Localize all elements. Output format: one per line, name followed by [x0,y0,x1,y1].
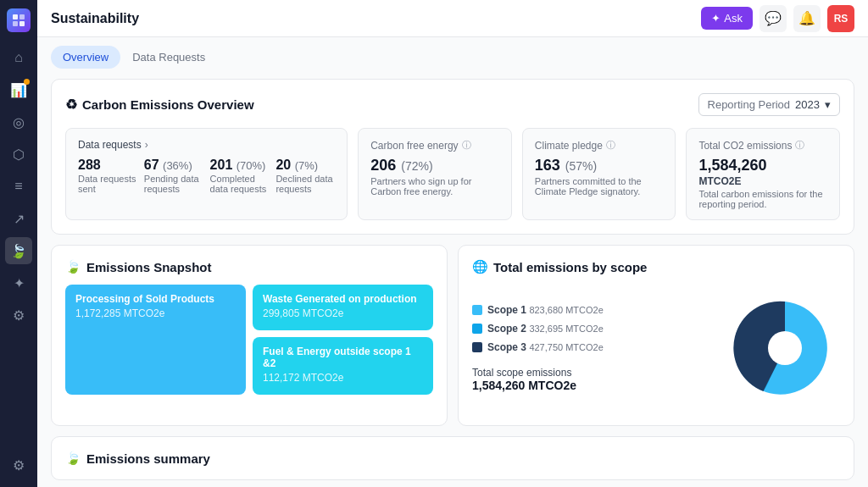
tab-data-requests[interactable]: Data Requests [120,46,217,69]
sidebar-item-settings[interactable]: ⚙ [5,451,32,479]
snapshot-tile-waste: Waste Generated on production 299,805 MT… [253,285,433,330]
snapshot-tile-processing: Processing of Sold Products 1,172,285 MT… [65,285,246,395]
climate-pledge-value: 163 (57%) [535,157,664,174]
total-co2-value: 1,584,260 [698,157,827,174]
snapshot-icon: 🍃 [65,259,81,274]
ask-button[interactable]: ✦ Ask [701,7,753,30]
topbar-actions: ✦ Ask 💬 🔔 RS [701,5,854,32]
scope-legend: Scope 1 823,680 MTCO2e Scope 2 332,695 M… [472,304,716,392]
metrics-row: Data requests › 288 Data requests sent 6… [65,128,840,220]
svg-rect-2 [13,21,18,26]
two-col-section: 🍃 Emissions Snapshot Processing of Sold … [51,245,854,436]
total-co2-box: Total CO2 emissions ⓘ 1,584,260 MTCO2E T… [686,128,840,220]
snapshot-grid: Processing of Sold Products 1,172,285 MT… [65,285,433,395]
chevron-down-icon: ▾ [825,98,831,111]
scope-total: Total scope emissions 1,584,260 MTCO2e [472,367,716,392]
emissions-summary-card: 🍃 Emissions summary [51,436,854,480]
total-co2-label: Total CO2 emissions ⓘ [698,139,827,152]
total-emissions-scope-card: 🌐 Total emissions by scope Scope 1 823,6… [458,245,854,426]
carbon-overview-title: ♻ Carbon Emissions Overview [65,97,254,113]
tab-overview[interactable]: Overview [51,46,120,69]
climate-pledge-box: Climate pledge ⓘ 163 (57%) Partners comm… [522,128,676,220]
tabs: Overview Data Requests [51,37,854,69]
emissions-snapshot-card: 🍃 Emissions Snapshot Processing of Sold … [51,245,448,426]
info-icon-cfe: ⓘ [462,139,471,152]
snapshot-tile-fuel: Fuel & Energy outside scope 1 &2 112,172… [253,337,433,395]
data-requests-header: Data requests › [78,139,335,151]
scope-title: 🌐 Total emissions by scope [472,259,840,274]
ask-icon: ✦ [711,12,721,25]
sidebar-item-network[interactable]: ✦ [5,269,32,296]
scope-section: Scope 1 823,680 MTCO2e Scope 2 332,695 M… [472,285,840,412]
sidebar-item-location[interactable]: ◎ [5,108,32,136]
globe-icon: 🌐 [472,259,488,274]
carbon-icon: ♻ [65,97,77,113]
summary-icon: 🍃 [65,451,81,466]
sidebar-item-settings2[interactable]: ⚙ [5,302,32,329]
chat-button[interactable]: 💬 [760,5,787,32]
content-area: Overview Data Requests ♻ Carbon Emission… [37,37,868,487]
carbon-overview-header: ♻ Carbon Emissions Overview Reporting Pe… [65,93,840,116]
carbon-free-energy-box: Carbon free energy ⓘ 206 (72%) Partners … [358,128,512,220]
scope2-item: Scope 2 332,695 MTCO2e [472,323,716,335]
dr-item-completed: 201 (70%) Completed data requests [210,158,270,194]
topbar: Sustainability ✦ Ask 💬 🔔 RS [37,0,868,37]
sidebar-item-analytics[interactable]: 📊 [5,76,32,103]
summary-title: 🍃 Emissions summary [65,451,840,466]
carbon-free-label: Carbon free energy ⓘ [370,139,499,152]
page-title: Sustainability [51,11,139,26]
data-requests-box: Data requests › 288 Data requests sent 6… [65,128,348,220]
sidebar-item-sustainability[interactable]: 🍃 [5,237,32,264]
scope3-item: Scope 3 427,750 MTCO2e [472,341,716,353]
snapshot-title: 🍃 Emissions Snapshot [65,259,433,274]
scope3-dot [472,342,482,352]
carbon-overview-card: ♻ Carbon Emissions Overview Reporting Pe… [51,79,854,235]
scope-pie-chart [730,293,840,403]
svg-rect-3 [19,21,25,26]
sidebar-item-list[interactable]: ≡ [5,173,32,200]
info-icon-cp: ⓘ [606,139,615,152]
dr-item-sent: 288 Data requests sent [78,158,137,194]
svg-rect-0 [13,14,18,19]
notification-button[interactable]: 🔔 [793,5,821,32]
sidebar: ⌂ 📊 ◎ ⬡ ≡ ↗ 🍃 ✦ ⚙ ⚙ [0,0,37,487]
climate-pledge-label: Climate pledge ⓘ [535,139,664,152]
svg-point-4 [768,331,802,365]
arrow-right-icon: › [145,139,148,151]
main-content: Sustainability ✦ Ask 💬 🔔 RS Overview Dat… [37,0,868,487]
scope1-dot [472,305,482,315]
avatar-button[interactable]: RS [827,5,854,32]
data-requests-grid: 288 Data requests sent 67 (36%) Pending … [78,158,335,194]
scope2-dot [472,324,482,334]
app-logo [7,8,31,32]
sidebar-item-cube[interactable]: ⬡ [5,141,32,168]
sidebar-item-chart[interactable]: ↗ [5,205,32,232]
sidebar-item-home[interactable]: ⌂ [5,44,32,71]
dr-item-pending: 67 (36%) Pending data requests [144,158,203,194]
dr-item-declined: 20 (7%) Declined data requests [275,158,335,194]
reporting-period-select[interactable]: Reporting Period 2023 ▾ [698,93,840,116]
analytics-badge [24,79,30,85]
info-icon-co2: ⓘ [795,139,804,152]
svg-rect-1 [19,14,25,19]
carbon-free-value: 206 (72%) [370,157,499,174]
scope1-item: Scope 1 823,680 MTCO2e [472,304,716,316]
